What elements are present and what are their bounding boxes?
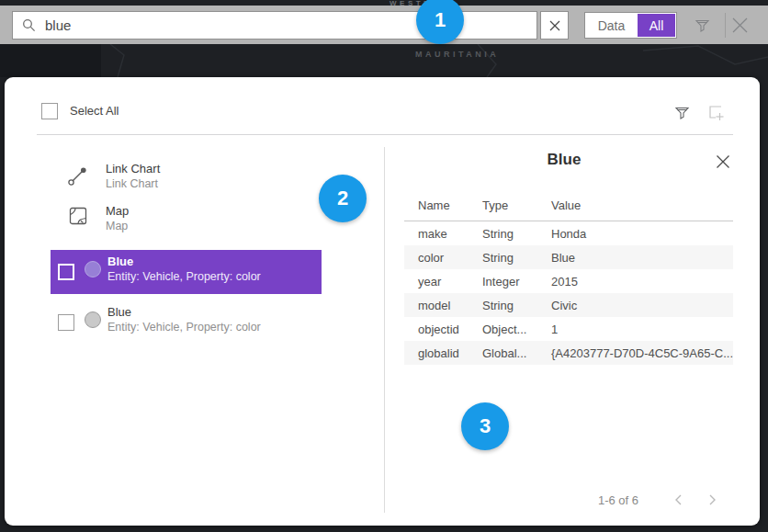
cell-type: Global...	[482, 346, 526, 360]
result-title: Blue	[107, 305, 261, 320]
add-to-selection-icon[interactable]	[708, 105, 725, 121]
result-title: Blue	[107, 255, 261, 269]
column-header-name: Name	[418, 198, 450, 212]
filter-icon[interactable]	[674, 105, 690, 120]
property-table: make String Honda color String Blue year…	[404, 221, 733, 365]
cell-value: Honda	[551, 227, 586, 241]
close-icon[interactable]	[731, 17, 749, 34]
search-icon	[22, 18, 36, 32]
callout-badge-2: 2	[319, 175, 367, 222]
result-checkbox[interactable]	[58, 264, 74, 280]
property-row-make: make String Honda	[404, 221, 733, 245]
cell-value: Blue	[551, 251, 575, 265]
entity-circle-icon	[85, 261, 101, 277]
screenshot-root: WESTERN MAURITANIA Data All	[0, 0, 768, 532]
results-panel: Select All Link Chart Link Chart	[5, 77, 760, 526]
detail-title: Blue	[404, 151, 724, 169]
result-title: Map	[106, 204, 129, 219]
cell-name: objectid	[418, 323, 459, 336]
panel-header-divider	[37, 134, 733, 135]
callout-badge-3: 3	[461, 402, 509, 450]
cell-value: Civic	[551, 299, 577, 312]
link-chart-icon	[67, 165, 88, 187]
column-header-value: Value	[551, 198, 581, 212]
result-subtitle: Map	[106, 219, 129, 233]
cell-value: 2015	[551, 275, 578, 289]
cell-type: Object...	[482, 323, 526, 336]
cell-name: make	[418, 227, 447, 241]
cell-name: color	[418, 251, 444, 265]
toolbar-divider	[725, 13, 726, 38]
select-all-label: Select All	[70, 104, 119, 118]
property-row-year: year Integer 2015	[404, 269, 733, 293]
result-item-blue-selected[interactable]: Blue Entity: Vehicle, Property: color	[51, 250, 322, 294]
cell-type: String	[482, 251, 514, 265]
property-row-model: model String Civic	[404, 293, 733, 317]
cell-value: {A4203777-D70D-4C5C-9A65-C...	[551, 346, 733, 360]
property-table-header: Name Type Value	[404, 198, 733, 219]
result-checkbox[interactable]	[58, 314, 74, 331]
column-header-type: Type	[482, 198, 508, 212]
chevron-left-icon[interactable]	[673, 493, 684, 506]
property-row-globalid: globalid Global... {A4203777-D70D-4C5C-9…	[404, 341, 733, 365]
scope-option-all[interactable]: All	[638, 14, 675, 37]
result-subtitle: Entity: Vehicle, Property: color	[107, 320, 261, 334]
clear-icon	[549, 20, 560, 31]
property-row-objectid: objectid Object... 1	[404, 317, 733, 341]
result-item-blue[interactable]: Blue Entity: Vehicle, Property: color	[51, 300, 322, 345]
filter-icon[interactable]	[695, 17, 710, 33]
result-subtitle: Link Chart	[106, 176, 160, 191]
map-label-mauritania: MAURITANIA	[415, 50, 499, 59]
close-detail-icon[interactable]	[716, 154, 730, 169]
scope-toggle: Data All	[584, 12, 677, 39]
map-icon	[69, 207, 87, 225]
entity-circle-icon	[85, 311, 101, 328]
clear-search-button[interactable]	[540, 11, 569, 40]
scope-option-data[interactable]: Data	[585, 13, 638, 38]
search-toolbar: Data All	[0, 6, 768, 44]
chevron-right-icon[interactable]	[706, 493, 717, 506]
cell-type: String	[482, 299, 514, 312]
pagination-label: 1-6 of 6	[519, 493, 638, 507]
cell-name: globalid	[418, 346, 459, 360]
select-all-checkbox[interactable]	[41, 103, 58, 119]
cell-type: Integer	[482, 275, 519, 289]
result-subtitle: Entity: Vehicle, Property: color	[107, 269, 261, 284]
cell-value: 1	[551, 323, 558, 336]
cell-type: String	[482, 227, 514, 241]
panel-vertical-divider	[384, 147, 385, 513]
result-title: Link Chart	[106, 162, 160, 176]
cell-name: year	[418, 275, 441, 289]
cell-name: model	[418, 299, 450, 312]
property-row-color: color String Blue	[404, 245, 733, 269]
